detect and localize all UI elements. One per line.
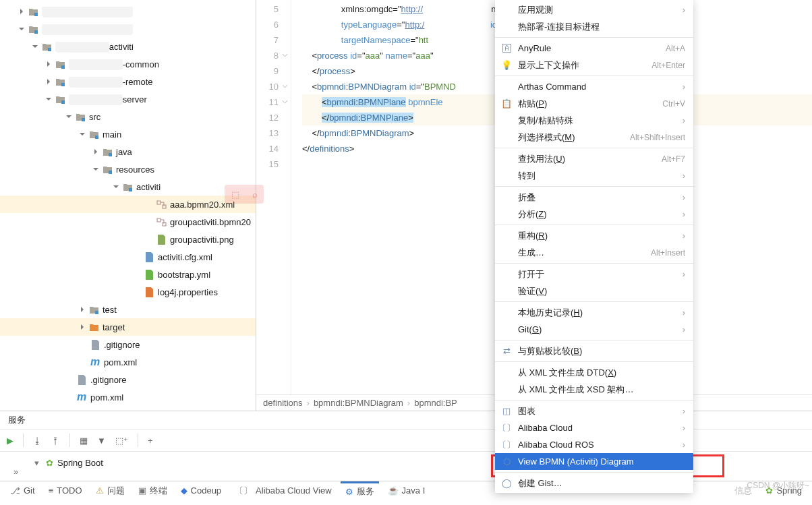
term-icon: ▣ (138, 485, 146, 496)
statusbar-item-终端[interactable]: ▣终端 (134, 481, 172, 500)
chevron-right-icon[interactable] (77, 322, 88, 332)
menu-item[interactable]: 📋粘贴(P)Ctrl+V (495, 95, 693, 112)
tree-item[interactable]: log4j.properties (0, 283, 256, 301)
tree-item[interactable]: ████████ activiti (0, 38, 256, 55)
tree-item[interactable]: ████████ -common (0, 55, 256, 73)
collapse-all-icon[interactable]: ⭱ (51, 436, 60, 446)
statusbar-item-TODO[interactable]: ≡TODO (44, 481, 87, 500)
menu-item[interactable]: 转到› (495, 167, 693, 184)
menu-item[interactable]: 分析(Z)› (495, 206, 693, 222)
tree-item[interactable]: groupactiviti.png (0, 231, 256, 248)
statusbar-item-服务[interactable]: ⚙服务 (341, 481, 379, 500)
menu-item[interactable]: 生成…Alt+Insert (495, 244, 693, 261)
menu-item[interactable]: Arthas Command› (495, 78, 693, 95)
statusbar-item-Alibaba Cloud View[interactable]: 〔〕Alibaba Cloud View (230, 481, 337, 500)
tree-item[interactable]: mpom.xml (0, 353, 256, 371)
chevron-right-icon[interactable] (16, 6, 27, 17)
tree-item[interactable]: src (0, 108, 256, 125)
tree-item[interactable]: activiti (0, 178, 256, 196)
chevron-down-icon[interactable] (30, 41, 40, 52)
chart-icon: ◫ (500, 406, 513, 416)
chevron-down-icon[interactable] (77, 129, 88, 140)
menu-item[interactable]: 应用观测› (495, 1, 693, 18)
statusbar-item-Java I[interactable]: ☕Java I (383, 481, 430, 500)
tree-item-label: .gitignore (104, 340, 140, 350)
tree-item[interactable]: java (0, 143, 256, 160)
tree-item[interactable]: resources (0, 160, 256, 178)
chevron-right-icon[interactable] (77, 304, 88, 315)
folder-icon (88, 304, 100, 315)
menu-item[interactable]: 验证(V) (495, 283, 693, 299)
more-icon[interactable]: » (13, 467, 20, 477)
folder-icon (27, 6, 39, 17)
menu-item[interactable]: 〔〕Alibaba Cloud› (495, 419, 693, 436)
statusbar-item-Git[interactable]: ⎇Git (5, 481, 40, 500)
menu-item[interactable]: ◯创建 Gist… (495, 475, 693, 492)
menu-item[interactable]: 💡显示上下文操作Alt+Enter (495, 57, 693, 73)
chevron-down-icon[interactable] (16, 24, 27, 34)
tree-item[interactable]: aaa.bpmn20.xml (0, 196, 256, 213)
image-file-icon (155, 234, 167, 245)
run-icon[interactable]: ▶ (7, 436, 13, 446)
tree-item[interactable]: activiti.cfg.xml (0, 248, 256, 266)
breadcrumb-item[interactable]: definitions (263, 398, 303, 408)
tree-item[interactable]: .gitignore (0, 371, 256, 388)
tree-item-label: bootstrap.yml (158, 270, 210, 280)
tree-item[interactable]: ████████ server (0, 90, 256, 108)
add-icon[interactable]: + (148, 436, 153, 446)
tree-item-label: log4j.properties (158, 287, 218, 297)
tree-item[interactable]: ██████████████ (0, 3, 256, 20)
folder-icon (27, 24, 39, 34)
chevron-right-icon[interactable] (90, 146, 101, 157)
tree-item[interactable]: ████████ -remote (0, 73, 256, 90)
expand-all-icon[interactable]: ⭳ (33, 436, 42, 446)
tree-item-label: resources (116, 165, 154, 175)
menu-item[interactable]: 从 XML 文件生成 XSD 架构… (495, 381, 693, 398)
tree-item[interactable]: ██████████████ (0, 20, 256, 38)
chevron-down-icon[interactable] (111, 181, 121, 192)
tree-item[interactable]: target (0, 318, 256, 336)
tree-item[interactable]: main (0, 125, 256, 143)
breadcrumb-item[interactable]: bpmndi:BPMNDiagram (314, 398, 403, 408)
ac-icon: 〔〕 (500, 422, 513, 434)
grid-icon[interactable]: ▦ (80, 436, 88, 446)
tree-item[interactable]: test (0, 301, 256, 318)
menu-item[interactable]: Git(G)› (495, 321, 693, 338)
menu-item[interactable]: 🄰AnyRuleAlt+A (495, 40, 693, 57)
chevron-down-icon[interactable] (63, 111, 74, 122)
chevron-right-icon[interactable] (43, 76, 54, 87)
menu-item[interactable]: 打开于› (495, 266, 693, 283)
menu-item[interactable]: 热部署-连接目标进程 (495, 18, 693, 35)
filter-icon[interactable]: ▼ (97, 436, 106, 446)
menu-item[interactable]: ◫图表› (495, 403, 693, 419)
tree-item[interactable]: bootstrap.yml (0, 266, 256, 283)
folder-icon (88, 322, 100, 332)
menu-item[interactable]: 折叠› (495, 189, 693, 206)
chevron-down-icon[interactable] (90, 164, 101, 175)
tree-item[interactable]: groupactiviti.bpmn20 (0, 213, 256, 231)
menu-item[interactable]: 本地历史记录(H)› (495, 304, 693, 321)
menu-item[interactable]: 列选择模式(M)Alt+Shift+Insert (495, 129, 693, 146)
context-menu[interactable]: 应用观测›热部署-连接目标进程🄰AnyRuleAlt+A💡显示上下文操作Alt+… (495, 0, 693, 493)
chevron-down-icon[interactable]: ▾ (31, 457, 42, 468)
floating-toolbar[interactable]: ⬚⌕ (225, 185, 264, 204)
menu-item[interactable]: 重构(R)› (495, 227, 693, 244)
gh-icon: ◯ (500, 478, 513, 488)
tree-item[interactable]: mpom.xml (0, 388, 256, 406)
chevron-down-icon[interactable] (43, 94, 54, 105)
menu-item[interactable]: 从 XML 文件生成 DTD(X) (495, 364, 693, 381)
tree-item[interactable]: .gitignore (0, 336, 256, 353)
tree-item-label: pom.xml (90, 392, 123, 403)
statusbar-item-问题[interactable]: ⚠问题 (91, 481, 129, 500)
menu-item[interactable]: 查找用法(U)Alt+F7 (495, 150, 693, 167)
statusbar-item-Codeup[interactable]: ◆Codeup (176, 481, 227, 500)
breadcrumb-item[interactable]: bpmndi:BP (414, 398, 457, 408)
tree-item-label: activiti (136, 182, 161, 192)
menu-item[interactable]: 〔〕Alibaba Cloud ROS› (495, 436, 693, 453)
menu-item[interactable]: ⬡View BPMN (Activiti) Diagram (495, 453, 693, 470)
layout-icon[interactable]: ⬚⁺ (115, 436, 128, 446)
svg-rect-2 (157, 218, 161, 222)
chevron-right-icon[interactable] (43, 59, 54, 69)
menu-item[interactable]: 复制/粘贴特殊› (495, 112, 693, 129)
menu-item[interactable]: ⇄与剪贴板比较(B) (495, 343, 693, 359)
